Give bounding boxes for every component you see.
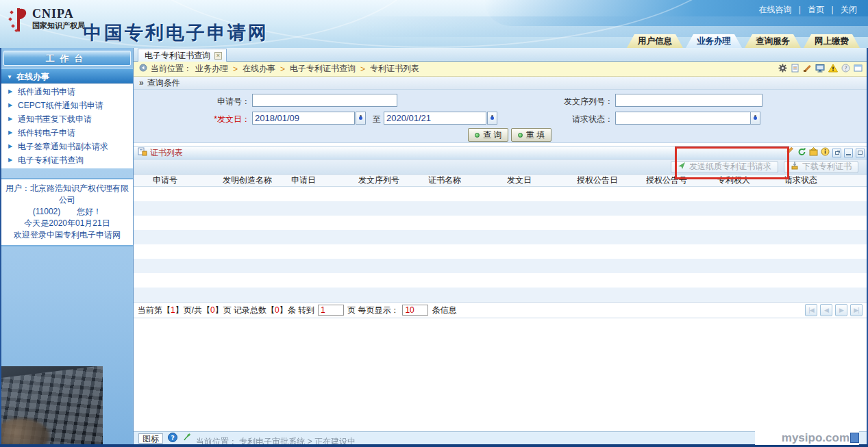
workbench-panel-title: 工作台 xyxy=(3,51,131,66)
scrollbar-button[interactable] xyxy=(850,433,859,443)
sidebar-item-paper-to-electronic[interactable]: ▶纸件转电子申请 xyxy=(1,126,133,140)
request-status-input[interactable] xyxy=(615,112,751,125)
pager-text: 当前第【 xyxy=(138,305,171,316)
content-tab-ecert-query[interactable]: 电子专利证书查询 × xyxy=(138,49,227,62)
certificate-list-icon xyxy=(138,147,147,158)
logo-org-name: 国家知识产权局 xyxy=(32,21,85,31)
send-paper-certificate-request-button[interactable]: 发送纸质专利证书请求 xyxy=(671,161,778,173)
column-issue-serial: 发文序列号 xyxy=(358,175,428,186)
breadcrumb-item[interactable]: 专利证书列表 xyxy=(370,63,419,75)
dropdown-picker-icon[interactable] xyxy=(750,112,760,125)
export-icon[interactable] xyxy=(809,147,818,158)
goto-page-input[interactable] xyxy=(318,305,344,316)
issue-date-from-input[interactable] xyxy=(252,112,355,125)
restore-window-icon[interactable] xyxy=(832,149,841,157)
breadcrumb-item[interactable]: 电子专利证书查询 xyxy=(290,63,356,75)
total-records-number: 0 xyxy=(275,305,280,315)
issue-serial-input[interactable] xyxy=(615,94,762,107)
gear-icon[interactable] xyxy=(778,64,787,75)
help-icon[interactable]: ? xyxy=(841,64,850,75)
chevron-right-icon: ▶ xyxy=(8,99,12,112)
warning-icon[interactable] xyxy=(828,64,838,75)
online-consult-link[interactable]: 在线咨询 xyxy=(758,5,791,14)
breadcrumb-toolbar: ? xyxy=(778,62,863,77)
home-link[interactable]: 首页 xyxy=(808,5,824,14)
list-action-toolbar: 发送纸质专利证书请求 下载专利证书 xyxy=(134,159,868,175)
status-icon-label: 图标 xyxy=(138,433,163,444)
user-name-line: 用户：北京路浩知识产权代理有限公司 xyxy=(3,183,132,206)
sidebar-item-cepct-paper-notice[interactable]: ▶CEPCT纸件通知书申请 xyxy=(1,99,133,112)
tab-query-service[interactable]: 查询服务 xyxy=(745,34,801,48)
table-empty-row xyxy=(134,230,868,244)
content-tab-label: 电子专利证书查询 xyxy=(145,50,210,62)
column-patentee: 专利权人 xyxy=(717,175,784,186)
cnipa-logo: CNIPA 国家知识产权局 xyxy=(8,7,85,36)
sidebar-menu: ▶纸件通知书申请 ▶CEPCT纸件通知书申请 ▶通知书重复下载申请 ▶纸件转电子… xyxy=(1,84,133,168)
query-conditions-title: 查询条件 xyxy=(147,78,180,88)
last-page-button[interactable]: ▶| xyxy=(850,304,863,316)
table-header-row: 申请号 发明创造名称 申请日 发文序列号 证书名称 发文日 授权公告日 授权公告… xyxy=(134,175,868,187)
sidebar-item-paper-notice[interactable]: ▶纸件通知书申请 xyxy=(1,85,133,99)
next-page-button[interactable]: ▶ xyxy=(835,304,847,316)
help-circle-icon[interactable]: ? xyxy=(168,433,177,444)
status-loading-text: 当前位置： 专利电子审批系统 > 正在建设中 xyxy=(196,436,356,445)
column-certificate-name: 证书名称 xyxy=(428,175,507,186)
maximize-icon[interactable] xyxy=(856,149,865,157)
date-picker-icon[interactable] xyxy=(487,112,497,125)
table-empty-row xyxy=(134,201,868,216)
tools-icon[interactable] xyxy=(803,64,812,75)
chevron-right-icon: ▶ xyxy=(8,140,12,153)
sidebar-item-label: 电子签章通知书副本请求 xyxy=(18,142,108,151)
breadcrumb-item[interactable]: 在线办事 xyxy=(243,63,275,75)
info-icon[interactable] xyxy=(821,147,830,158)
sidebar: 工作台 ▼在线办事 ▶纸件通知书申请 ▶CEPCT纸件通知书申请 ▶通知书重复下… xyxy=(0,48,134,447)
content-tabbar: 电子专利证书查询 × xyxy=(134,48,868,62)
reset-button[interactable]: 重 填 xyxy=(511,128,551,142)
download-certificate-button[interactable]: 下载专利证书 xyxy=(784,161,858,173)
certificate-list-toolbar xyxy=(786,147,865,158)
edit-tool-icon[interactable] xyxy=(786,147,795,158)
link-separator: | xyxy=(832,5,834,14)
tab-business-handling[interactable]: 业务办理 xyxy=(686,34,742,48)
breadcrumb-separator: > xyxy=(280,64,285,74)
close-icon[interactable]: × xyxy=(214,52,222,60)
monitor-icon[interactable] xyxy=(815,64,825,75)
column-grant-publication-no: 授权公告号 xyxy=(646,175,717,186)
close-link[interactable]: 关闭 xyxy=(841,5,857,14)
sidebar-item-notice-redownload[interactable]: ▶通知书重复下载申请 xyxy=(1,112,133,126)
user-info-box: 用户：北京路浩知识产权代理有限公司 (11002) 您好！ 今天是2020年01… xyxy=(1,178,133,246)
breadcrumb-item[interactable]: 业务办理 xyxy=(195,63,228,75)
application-no-input[interactable] xyxy=(252,94,397,107)
table-empty-row xyxy=(134,216,868,230)
page-size-input[interactable] xyxy=(402,305,428,316)
sidebar-item-ecert-query[interactable]: ▶电子专利证书查询 xyxy=(1,153,133,167)
reset-button-label: 重 填 xyxy=(526,129,545,141)
query-button-label: 查 询 xyxy=(483,129,501,141)
table-empty-row xyxy=(134,244,868,259)
sidebar-item-label: 纸件转电子申请 xyxy=(18,128,75,138)
sidebar-group-online-services[interactable]: ▼在线办事 xyxy=(1,68,133,84)
sidebar-group-label: 在线办事 xyxy=(16,72,49,81)
green-dot-icon xyxy=(518,133,523,138)
table-empty-row xyxy=(134,259,868,273)
application-no-label: 申请号： xyxy=(161,96,250,107)
column-request-status: 请求状态 xyxy=(784,175,868,186)
chevron-right-icon: ▶ xyxy=(8,85,12,99)
user-greeting-line: (11002) 您好！ xyxy=(3,206,132,218)
location-circle-icon xyxy=(139,64,147,74)
prev-page-button[interactable]: ◀ xyxy=(820,304,832,316)
issue-date-to-input[interactable] xyxy=(384,112,486,125)
query-button[interactable]: 查 询 xyxy=(468,128,508,142)
sidebar-item-label: 纸件通知书申请 xyxy=(18,87,75,97)
refresh-icon[interactable] xyxy=(797,147,806,158)
form-page-icon[interactable] xyxy=(791,64,799,75)
sidebar-item-esign-notice-copy[interactable]: ▶电子签章通知书副本请求 xyxy=(1,140,133,153)
tab-online-payment[interactable]: 网上缴费 xyxy=(804,34,860,48)
tab-user-info[interactable]: 用户信息 xyxy=(627,34,683,48)
window-icon[interactable] xyxy=(854,64,863,75)
welcome-line: 欢迎登录中国专利电子申请网 xyxy=(3,229,132,241)
date-picker-icon[interactable] xyxy=(356,112,366,125)
first-page-button[interactable]: |◀ xyxy=(805,304,817,316)
minimize-icon[interactable] xyxy=(844,149,853,157)
table-empty-row xyxy=(134,187,868,201)
